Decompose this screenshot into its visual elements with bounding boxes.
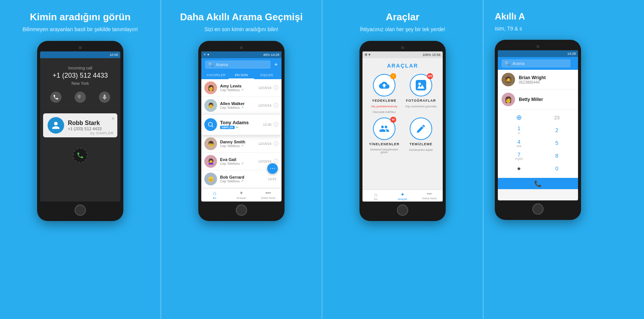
contact-row-betty[interactable]: 👩 Betty Miller xyxy=(498,90,578,110)
panel-call-history: Daha Akıllı Arama Geçmişi Sizi en son ki… xyxy=(160,0,322,319)
search-bar: 🔍 Arama + xyxy=(201,58,282,71)
info-icon-amy[interactable]: ⓘ xyxy=(274,84,279,91)
caller-avatar xyxy=(48,117,64,134)
tools-header: ARAÇLAR xyxy=(362,58,443,72)
tabs-bar: FAVORİLER EN SON KİŞİLER xyxy=(201,71,282,79)
edit-icon-tony: ✏ xyxy=(236,125,239,129)
sublabel-temizleme: Gereksizleri kaldır xyxy=(409,148,433,152)
panel2-subtitle: Sizi en son kimin aradığını bilin! xyxy=(205,26,279,33)
status-bar-2: ✕ ★ 46% 14:28 xyxy=(201,51,282,58)
avatar-eva: 👩‍🦱 xyxy=(204,155,217,168)
simpler-badge: SIMPLER xyxy=(220,126,235,129)
phone-camera-4 xyxy=(536,45,539,48)
dial-key-23[interactable]: 23 xyxy=(550,112,565,123)
home-button-1[interactable] xyxy=(75,205,86,216)
badge-yedekleme: ! xyxy=(390,73,396,79)
tab-en-son[interactable]: EN SON xyxy=(229,71,254,79)
tool-fotograflar[interactable]: 163 FOTOĞRAFLAR Kişi resimlerini güncell… xyxy=(404,74,437,114)
info-icon-danny[interactable]: ⓘ xyxy=(274,140,279,147)
name-allen: Allen Walker xyxy=(220,101,258,106)
home-button-3[interactable] xyxy=(397,205,408,216)
phone-screen-2: ✕ ★ 46% 14:28 🔍 Arama + FAVORİLER EN SON… xyxy=(201,51,282,202)
dial-row-2: 1 ∞ 2 xyxy=(500,125,576,136)
key-4-sub: GHI xyxy=(517,145,521,147)
contact-row-amy[interactable]: 👩 Amy Lewis Cep Telefonu ↗ 12/15/16 ⓘ xyxy=(201,79,282,97)
key-7-sub: PQRS xyxy=(515,158,523,160)
close-icon[interactable]: × xyxy=(111,116,114,121)
dial-key-5[interactable]: 5 xyxy=(550,137,565,149)
panel4-title: Akıllı A xyxy=(495,11,644,22)
dial-key-4[interactable]: 4 GHI xyxy=(512,137,527,149)
key-1-sub: ∞ xyxy=(518,131,520,135)
dial-key-7[interactable]: 7 PQRS xyxy=(512,150,527,161)
more-icon-2: ••• xyxy=(255,190,282,196)
bottom-cta[interactable]: 📞 xyxy=(498,178,578,189)
contact-row-brian[interactable]: 🧔 Brian Wright 0523880444 xyxy=(498,70,578,90)
dial-row-3: 4 GHI 5 xyxy=(500,137,576,149)
nav-ev-2[interactable]: ⌂ Ev xyxy=(201,190,228,200)
contact-row-bob[interactable]: 👴 Bob Gerrard Cep Telefonu ↗ 12/15 ⋯ xyxy=(201,170,282,188)
phone-camera-1 xyxy=(79,46,82,49)
num-brian: 0523880444 xyxy=(519,80,546,84)
dial-key-1[interactable]: 1 ∞ xyxy=(512,125,527,136)
nav-more-2[interactable]: ••• Daha fazla xyxy=(255,190,282,200)
sublabel-fotograflar: Kişi resimlerini güncelle xyxy=(405,105,437,108)
dial-key-2[interactable]: 2 xyxy=(550,125,565,136)
tools-grid: ! YEDEKLEME Hiç yedeklenmemiş Otomatik K… xyxy=(362,72,443,156)
info-icon-allen[interactable]: ⓘ xyxy=(274,102,279,109)
dial-key-8[interactable]: 8 xyxy=(550,150,565,161)
tool-yineleneler[interactable]: 40 YİNELENENLER Muhtemel birleştirmeleri… xyxy=(368,117,401,153)
badge-yineleneler: 40 xyxy=(390,117,396,123)
tab-kisiler[interactable]: KİŞİLER xyxy=(254,71,279,79)
key-1-main: 1 xyxy=(518,125,521,131)
status-time-2: 46% 14:28 xyxy=(263,53,279,57)
avatar-brian: 🧔 xyxy=(502,73,515,86)
contact-row-tony[interactable]: Tony Adams SIMPLER ✏ 12:30 ⓘ xyxy=(201,114,282,135)
search-input-area[interactable]: 🔍 Arama xyxy=(205,60,271,69)
decline-btn[interactable] xyxy=(50,92,61,103)
accept-btn[interactable] xyxy=(73,148,88,163)
keypad-btn[interactable] xyxy=(75,92,86,103)
time-bob: 12/15 xyxy=(268,177,276,181)
sub2-yedekleme: Otomatik KAPALI xyxy=(373,110,396,114)
info-eva: Eva Gail Cep Telefonu ↗ xyxy=(220,157,258,166)
home-icon-3: ⌂ xyxy=(362,191,389,197)
tool-yedekleme[interactable]: ! YEDEKLEME Hiç yedeklenmemiş Otomatik K… xyxy=(368,74,401,114)
tab-favoriler[interactable]: FAVORİLER xyxy=(204,71,229,79)
home-button-2[interactable] xyxy=(236,205,247,216)
phone-camera-3 xyxy=(401,46,404,49)
bottom-nav-3: ⌂ Ev ✦ Araçlar ••• Daha fazla xyxy=(362,190,443,202)
dial-key-star[interactable]: ★ xyxy=(512,163,527,174)
dialpad: ⊕ 23 1 ∞ 2 xyxy=(498,110,578,178)
info-icon-tony[interactable]: ⓘ xyxy=(274,121,279,128)
nav-araclar-2[interactable]: ✦ Araçlar xyxy=(228,190,255,200)
mute-btn[interactable] xyxy=(99,92,110,103)
panel-tools: Araçlar İhtiyacınız olan her şey bir tek… xyxy=(322,0,483,319)
info-betty: Betty Miller xyxy=(519,97,543,102)
contact-row-danny[interactable]: 👦 Danny Smith Cep Telefonu ↗ 12/15/16 ⓘ xyxy=(201,135,282,153)
search-icon: 🔍 xyxy=(208,62,214,67)
nav-araclar-3[interactable]: ✦ Araçlar xyxy=(389,191,416,201)
avatar-tony xyxy=(204,118,217,131)
phone-screen-1: 10:00 Incoming call +1 (203) 512 4433 Ne… xyxy=(40,51,120,202)
name-eva: Eva Gail xyxy=(220,157,258,162)
search-input-area-4[interactable]: 🔍 Arama xyxy=(502,59,571,68)
panel2-title: Daha Akıllı Arama Geçmişi xyxy=(180,11,303,23)
add-icon[interactable]: + xyxy=(274,61,278,68)
status-bar-1: 10:00 xyxy=(40,51,120,58)
nav-ev-3[interactable]: ⌂ Ev xyxy=(362,191,389,201)
time-tony: 12:30 xyxy=(263,123,271,126)
sub-bob: Cep Telefonu ↗ xyxy=(220,179,268,183)
dial-key-0[interactable]: 0 xyxy=(550,163,565,174)
dial-key-plus[interactable]: ⊕ xyxy=(512,112,527,123)
dial-23-label: 23 xyxy=(554,115,559,120)
fab-button[interactable]: ⋯ xyxy=(267,163,278,174)
info-brian: Brian Wright 0523880444 xyxy=(519,75,546,84)
tool-temizleme[interactable]: TEMİZLEME Gereksizleri kaldır xyxy=(404,117,437,153)
contact-row-allen[interactable]: 👨 Allen Walker Cep Telefonu ↗ 12/15/16 ⓘ xyxy=(201,97,282,114)
nav-more-3[interactable]: ••• Daha fazla xyxy=(416,191,443,201)
time-danny: 12/15/16 xyxy=(258,142,271,146)
home-button-4[interactable] xyxy=(532,203,544,215)
sub-eva: Cep Telefonu ↗ xyxy=(220,162,258,166)
search-icon-4: 🔍 xyxy=(505,61,510,66)
